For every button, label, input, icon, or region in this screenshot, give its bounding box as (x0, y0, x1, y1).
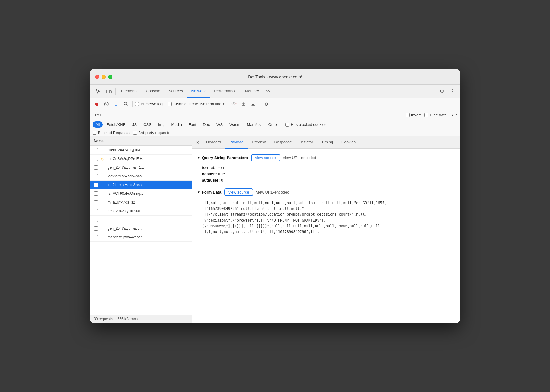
device-icon[interactable] (103, 86, 114, 97)
query-view-url-encoded[interactable]: view URL-encoded (283, 155, 316, 160)
invert-checkbox[interactable] (406, 113, 410, 117)
item-indicator (100, 226, 105, 231)
toolbar-divider-1 (132, 101, 133, 107)
third-party-label[interactable]: 3rd-party requests (133, 130, 170, 135)
tabs-right-actions: ⚙ ⋮ (437, 87, 457, 96)
has-blocked-cookies-label[interactable]: Has blocked cookies (285, 122, 326, 127)
more-tabs-button[interactable]: >> (263, 85, 273, 98)
wifi-icon[interactable] (230, 100, 238, 108)
minimize-button[interactable] (102, 75, 106, 79)
param-value: json (217, 165, 224, 170)
tab-response[interactable]: Response (270, 136, 296, 149)
filter-icon[interactable] (112, 100, 120, 108)
type-manifest[interactable]: Manifest (244, 121, 264, 128)
disable-cache-checkbox[interactable] (168, 102, 172, 106)
maximize-button[interactable] (108, 75, 112, 79)
network-settings-icon[interactable]: ⚙ (262, 100, 271, 108)
preserve-log-checkbox[interactable] (135, 102, 139, 106)
item-checkbox[interactable] (94, 157, 98, 161)
blocked-requests-checkbox[interactable] (93, 131, 96, 135)
form-view-url-encoded[interactable]: view URL-encoded (256, 190, 289, 194)
query-string-title: ▼ Query String Parameters (197, 155, 248, 160)
clear-button[interactable] (102, 100, 111, 108)
item-checkbox[interactable] (94, 218, 98, 222)
list-item[interactable]: gen_204?atyp=i&ct=... (90, 224, 192, 233)
preserve-log-label[interactable]: Preserve log (135, 102, 163, 106)
network-toolbar: ⏺ Preserve log Disable cache (90, 98, 460, 110)
form-data-content: [[1,null,null,null,null,null,null,null,n… (197, 199, 455, 236)
type-fetch-xhr[interactable]: Fetch/XHR (103, 121, 129, 128)
tab-performance[interactable]: Performance (210, 85, 240, 98)
type-wasm[interactable]: Wasm (226, 121, 243, 128)
list-item[interactable]: log?format=json&has... (90, 181, 192, 189)
tab-payload[interactable]: Payload (225, 136, 248, 149)
tab-preview[interactable]: Preview (248, 136, 270, 149)
param-key: hasfast: (202, 172, 217, 176)
param-value: true (218, 172, 225, 176)
item-indicator (100, 235, 105, 240)
type-doc[interactable]: Doc (200, 121, 213, 128)
type-other[interactable]: Other (265, 121, 281, 128)
type-media[interactable]: Media (168, 121, 185, 128)
settings-icon[interactable]: ⚙ (437, 87, 447, 96)
tab-cookies[interactable]: Cookies (337, 136, 360, 149)
type-ws[interactable]: WS (213, 121, 226, 128)
list-item[interactable]: gen_204?atyp=i&r=1... (90, 163, 192, 172)
form-data-section-header: ▼ Form Data view source view URL-encoded (197, 188, 455, 196)
list-item[interactable]: rs=ACT90oFqOrnng... (90, 189, 192, 198)
hide-data-urls-checkbox[interactable] (424, 113, 428, 117)
list-item[interactable]: ui (90, 216, 192, 224)
tab-memory[interactable]: Memory (241, 85, 263, 98)
type-img[interactable]: Img (155, 121, 168, 128)
item-checkbox[interactable] (94, 200, 98, 204)
item-checkbox[interactable] (94, 226, 98, 231)
type-font[interactable]: Font (185, 121, 199, 128)
close-detail-button[interactable]: ✕ (194, 138, 202, 147)
form-view-source-button[interactable]: view source (224, 188, 253, 196)
list-item[interactable]: gen_204?atyp=csi&r... (90, 207, 192, 216)
more-options-icon[interactable]: ⋮ (448, 87, 457, 96)
blocked-requests-label[interactable]: Blocked Requests (93, 130, 130, 135)
throttling-select[interactable]: No throttling (200, 102, 222, 106)
toolbar-divider-4 (260, 101, 260, 107)
tab-sources[interactable]: Sources (164, 85, 187, 98)
item-checkbox[interactable] (94, 165, 98, 170)
item-checkbox[interactable] (94, 174, 98, 178)
item-checkbox[interactable] (94, 209, 98, 213)
titlebar: DevTools - www.google.com/ (90, 69, 460, 85)
invert-label[interactable]: Invert (406, 113, 421, 117)
triangle-down-icon: ▼ (197, 156, 200, 159)
request-type-bar: All Fetch/XHR JS CSS Img Media Font Doc … (90, 120, 460, 129)
type-js[interactable]: JS (129, 121, 140, 128)
item-name: m=aLUfP?xjs=s2 (108, 200, 188, 204)
close-button[interactable] (95, 75, 99, 79)
item-checkbox[interactable] (94, 235, 98, 239)
item-checkbox[interactable] (94, 148, 98, 152)
tab-headers[interactable]: Headers (202, 136, 225, 149)
tab-timing[interactable]: Timing (317, 136, 338, 149)
list-item[interactable]: client_204?&atyp=i&... (90, 146, 192, 155)
search-icon[interactable] (121, 100, 130, 108)
record-button[interactable]: ⏺ (93, 100, 101, 108)
list-item[interactable]: log?format=json&has... (90, 172, 192, 181)
tab-initiator[interactable]: Initiator (296, 136, 317, 149)
request-items: client_204?&atyp=i&... ⊙ m=CnSW2d,DPreE,… (90, 146, 192, 315)
query-view-source-button[interactable]: view source (251, 154, 280, 161)
type-all[interactable]: All (93, 121, 103, 128)
list-item[interactable]: m=aLUfP?xjs=s2 (90, 198, 192, 207)
list-item[interactable]: manifest?pwa=webhp (90, 233, 192, 242)
type-css[interactable]: CSS (140, 121, 154, 128)
tab-console[interactable]: Console (142, 85, 164, 98)
tab-elements[interactable]: Elements (117, 85, 142, 98)
disable-cache-label[interactable]: Disable cache (168, 102, 198, 106)
download-icon[interactable] (249, 100, 257, 108)
upload-icon[interactable] (239, 100, 248, 108)
has-blocked-cookies-checkbox[interactable] (285, 123, 289, 127)
item-checkbox-selected[interactable] (94, 183, 98, 187)
hide-data-urls-label[interactable]: Hide data URLs (424, 113, 457, 117)
item-checkbox[interactable] (94, 191, 98, 196)
third-party-checkbox[interactable] (133, 131, 137, 135)
cursor-icon[interactable] (93, 86, 103, 97)
list-item[interactable]: ⊙ m=CnSW2d,DPreE,H... (90, 155, 192, 163)
tab-network[interactable]: Network (187, 85, 210, 98)
